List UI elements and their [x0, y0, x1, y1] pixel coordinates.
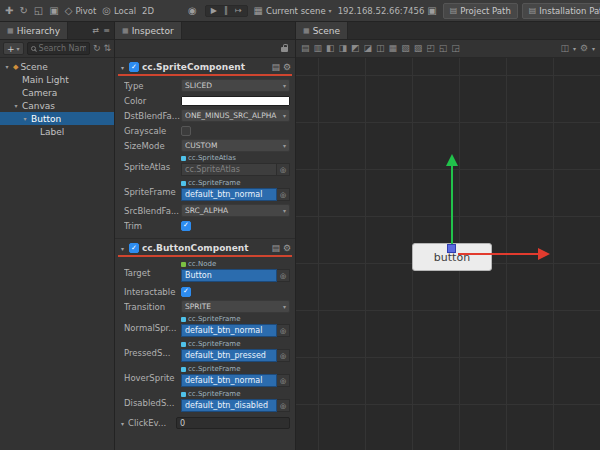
gizmo-y-axis[interactable]: [451, 166, 453, 248]
folder-icon: ▤: [529, 7, 537, 15]
expand-arrow-icon[interactable]: ▾: [21, 115, 29, 122]
select-asset-button[interactable]: ◎: [277, 163, 290, 176]
align-center-icon[interactable]: ◫: [376, 44, 385, 53]
checkbox-trim[interactable]: ✓: [181, 221, 191, 231]
dropdown-srcblendfa[interactable]: SRC_ALPHA▾: [181, 204, 290, 217]
panel-menu-icon[interactable]: ≡: [103, 27, 110, 35]
mode-2d-button[interactable]: 2D: [142, 6, 154, 16]
tree-item-canvas[interactable]: ▾Canvas: [0, 99, 114, 112]
view-mode-icon[interactable]: ◫: [560, 44, 569, 53]
select-asset-button[interactable]: ◎: [277, 324, 290, 337]
distribute-right-icon[interactable]: ◲: [451, 44, 460, 53]
hierarchy-search[interactable]: [27, 42, 90, 55]
asset-field-disableds[interactable]: default_btn_disabled◎: [181, 399, 290, 412]
dropdown-sizemode[interactable]: CUSTOM▾: [181, 139, 290, 152]
create-node-button[interactable]: + ▾: [3, 42, 24, 55]
select-asset-button[interactable]: ◎: [277, 269, 290, 282]
asset-field-presseds[interactable]: default_btn_pressed◎: [181, 349, 290, 362]
tab-scene[interactable]: ▦ Scene: [296, 22, 348, 39]
distribute-middle-icon[interactable]: ▨: [414, 44, 423, 53]
gear-icon[interactable]: ⚙: [283, 62, 291, 72]
align-top-icon[interactable]: ◧: [326, 44, 335, 53]
tree-item-label: Label: [40, 127, 64, 137]
docs-icon[interactable]: ▤: [271, 243, 280, 253]
component-enabled-checkbox[interactable]: ✓: [129, 243, 139, 253]
tab-inspector[interactable]: ▦ Inspector: [115, 22, 182, 39]
checkmark-icon: ✓: [131, 245, 137, 252]
component-header[interactable]: ▾✓cc.ButtonComponent▤⚙: [115, 241, 295, 254]
fold-arrow-icon[interactable]: ▾: [119, 420, 126, 427]
distribute-left-icon[interactable]: ◰: [426, 44, 435, 53]
fold-arrow-icon[interactable]: ▾: [119, 64, 126, 71]
tree-item-main-light[interactable]: Main Light: [0, 73, 114, 86]
preview-target-icon[interactable]: ◉: [188, 6, 197, 16]
project-path-button[interactable]: ▤ Project Path: [443, 3, 518, 19]
select-asset-button[interactable]: ◎: [277, 188, 290, 201]
dropdown-transition[interactable]: SPRITE▾: [181, 300, 290, 313]
asset-field-spriteframe[interactable]: default_btn_normal◎: [181, 188, 290, 201]
gizmo-settings-icon[interactable]: ⚙: [580, 44, 588, 53]
play-icon[interactable]: ▶: [211, 7, 217, 15]
move-tool-icon[interactable]: ✚: [5, 6, 13, 16]
docs-icon[interactable]: ▤: [271, 62, 280, 72]
expand-arrow-icon[interactable]: ▾: [12, 102, 20, 109]
tree-item-label[interactable]: Label: [0, 125, 114, 138]
gizmo-move-handle[interactable]: [447, 244, 456, 253]
dropdown-dstblendfa[interactable]: ONE_MINUS_SRC_ALPHA▾: [181, 109, 290, 122]
select-asset-button[interactable]: ◎: [277, 399, 290, 412]
tree-item-camera[interactable]: Camera: [0, 86, 114, 99]
property-control: SLICED▾: [181, 79, 290, 92]
checkbox-interactable[interactable]: ✓: [181, 287, 191, 297]
select-asset-button[interactable]: ◎: [277, 374, 290, 387]
distribute-center-icon[interactable]: ◱: [439, 44, 448, 53]
pivot-control[interactable]: ◇ Pivot: [65, 6, 97, 16]
dock-icon[interactable]: ⇄: [93, 27, 100, 35]
align-left-icon[interactable]: ◪: [364, 44, 373, 53]
align-bottom-icon[interactable]: ◩: [351, 44, 360, 53]
chevron-down-icon: ▾: [573, 46, 576, 52]
click-events-count[interactable]: 0: [176, 417, 290, 429]
installation-path-button[interactable]: ▤ Installation Path: [522, 3, 600, 19]
expand-arrow-icon[interactable]: ▾: [3, 63, 11, 70]
local-control[interactable]: ◎ Local: [102, 6, 136, 16]
search-input[interactable]: [39, 44, 86, 53]
scene-select-dropdown[interactable]: ▦ Current scene ▾: [254, 6, 332, 16]
tab-hierarchy[interactable]: ▦ Hierarchy: [0, 22, 68, 39]
scale-tool-icon[interactable]: ◱: [34, 6, 43, 16]
asset-value: Button: [181, 269, 277, 282]
component-enabled-checkbox[interactable]: ✓: [129, 62, 139, 72]
copy-icon[interactable]: ▣: [427, 6, 436, 16]
expand-all-icon[interactable]: ⇅: [103, 44, 111, 53]
distribute-top-icon[interactable]: ▧: [401, 44, 410, 53]
gear-icon[interactable]: ⚙: [283, 243, 291, 253]
grid-icon[interactable]: ▤: [301, 44, 310, 53]
tree-item-button[interactable]: ▾Button: [0, 112, 114, 125]
dropdown-type[interactable]: SLICED▾: [181, 79, 290, 92]
align-middle-icon[interactable]: ◨: [339, 44, 348, 53]
asset-field-target[interactable]: Button◎: [181, 269, 290, 282]
scene-canvas[interactable]: button: [296, 58, 600, 450]
fold-arrow-icon[interactable]: ▾: [119, 245, 126, 252]
checkbox-grayscale[interactable]: [181, 126, 191, 136]
component-cc-buttoncomponent: ▾✓cc.ButtonComponent▤⚙Targetcc.NodeButto…: [115, 238, 295, 414]
pause-icon[interactable]: ‖: [224, 7, 228, 15]
checkmark-icon: ✓: [183, 222, 189, 229]
wireframe-icon[interactable]: ▥: [314, 44, 323, 53]
lock-icon[interactable]: [281, 47, 288, 52]
rotate-tool-icon[interactable]: ↻: [19, 6, 27, 16]
tree-item-scene[interactable]: ▾◆Scene: [0, 60, 114, 73]
asset-type-label: cc.SpriteFrame: [181, 179, 290, 187]
align-right-icon[interactable]: ▦: [389, 44, 398, 53]
step-icon[interactable]: ↦: [235, 7, 242, 15]
refresh-icon[interactable]: ↻: [93, 44, 101, 53]
asset-field-spriteatlas[interactable]: cc.SpriteAtlas◎: [181, 163, 290, 176]
gizmo-x-axis[interactable]: [458, 253, 538, 255]
folder-icon: ▤: [450, 7, 458, 15]
component-header[interactable]: ▾✓cc.SpriteComponent▤⚙: [115, 60, 295, 73]
asset-field-normalspr[interactable]: default_btn_normal◎: [181, 324, 290, 337]
color-swatch[interactable]: [181, 96, 290, 106]
asset-field-hoversprite[interactable]: default_btn_normal◎: [181, 374, 290, 387]
project-path-label: Project Path: [460, 6, 510, 16]
select-asset-button[interactable]: ◎: [277, 349, 290, 362]
rect-tool-icon[interactable]: ▣: [49, 6, 58, 16]
